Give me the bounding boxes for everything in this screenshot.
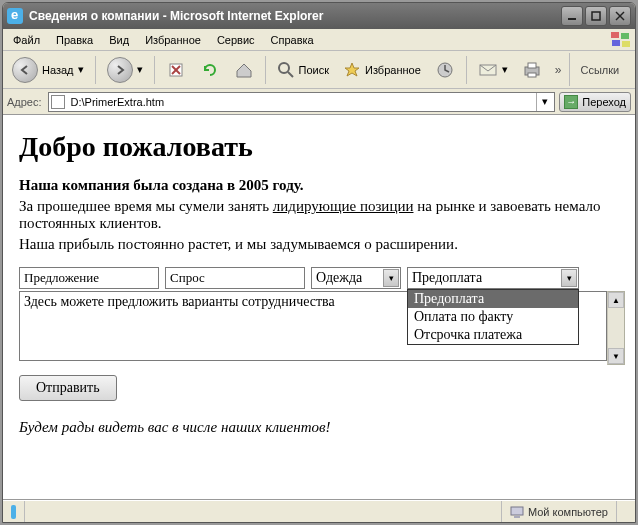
clothes-select[interactable]: Одежда ▾ — [311, 267, 401, 289]
refresh-icon — [201, 61, 219, 79]
mail-icon — [478, 62, 498, 78]
form-row: Одежда ▾ Предоплата ▾ Предоплата Оплата … — [19, 267, 619, 289]
text-fragment: За прошедшее время мы сумели занять — [19, 198, 273, 214]
svg-rect-1 — [592, 12, 600, 20]
stop-button[interactable] — [161, 55, 191, 85]
page-icon — [51, 95, 65, 109]
payment-option[interactable]: Оплата по факту — [408, 308, 578, 326]
svg-rect-6 — [612, 40, 620, 46]
star-icon — [343, 61, 361, 79]
page-content: Добро пожаловать Наша компания была созд… — [3, 115, 635, 500]
toolbar-overflow[interactable]: » — [551, 63, 566, 77]
maximize-button[interactable] — [585, 6, 607, 26]
payment-selected-value: Предоплата — [412, 270, 482, 286]
address-field-wrap: ▾ — [48, 92, 556, 112]
print-button[interactable] — [517, 55, 547, 85]
status-ie-icon-cell — [3, 501, 25, 522]
submit-button[interactable]: Отправить — [19, 375, 117, 401]
window-buttons — [561, 6, 631, 26]
refresh-button[interactable] — [195, 55, 225, 85]
minimize-button[interactable] — [561, 6, 583, 26]
svg-rect-19 — [514, 516, 520, 518]
subheading: Наша компания была создана в 2005 году. — [19, 177, 619, 194]
demand-input[interactable] — [165, 267, 305, 289]
toolbar: Назад ▾ ▾ Поиск Избранное — [3, 51, 635, 89]
address-label: Адрес: — [7, 96, 44, 108]
payment-option[interactable]: Предоплата — [408, 290, 578, 308]
menu-edit[interactable]: Правка — [50, 32, 99, 48]
svg-rect-7 — [622, 41, 630, 47]
payment-select-wrap: Предоплата ▾ Предоплата Оплата по факту … — [407, 267, 579, 289]
go-arrow-icon: → — [564, 95, 578, 109]
windows-flag-icon — [603, 30, 631, 50]
menu-help[interactable]: Справка — [265, 32, 320, 48]
ie-window: Сведения о компании - Microsoft Internet… — [2, 2, 636, 523]
paragraph-2: Наша прибыль постоянно растет, и мы заду… — [19, 236, 619, 253]
mail-button[interactable]: ▾ — [473, 55, 513, 85]
svg-rect-5 — [621, 33, 629, 39]
search-icon — [277, 61, 295, 79]
payment-option[interactable]: Отсрочка платежа — [408, 326, 578, 344]
chevron-down-icon: ▾ — [502, 63, 508, 76]
back-icon — [12, 57, 38, 83]
svg-rect-0 — [568, 18, 576, 20]
home-icon — [234, 61, 254, 79]
status-spacer — [25, 501, 502, 522]
svg-rect-4 — [611, 32, 619, 38]
separator — [154, 56, 155, 84]
svg-point-11 — [279, 63, 289, 73]
svg-rect-17 — [528, 73, 536, 77]
offer-input[interactable] — [19, 267, 159, 289]
addressbar: Адрес: ▾ → Переход — [3, 89, 635, 115]
svg-rect-16 — [528, 63, 536, 68]
underlined-text: лидирующие позиции — [273, 198, 414, 214]
ie-icon — [7, 8, 23, 24]
go-label: Переход — [582, 96, 626, 108]
history-icon — [435, 60, 455, 80]
go-button[interactable]: → Переход — [559, 92, 631, 112]
home-button[interactable] — [229, 55, 259, 85]
page-heading: Добро пожаловать — [19, 131, 619, 163]
computer-icon — [510, 505, 524, 519]
chevron-down-icon: ▾ — [383, 269, 399, 287]
payment-select[interactable]: Предоплата ▾ — [407, 267, 579, 289]
back-label: Назад — [42, 64, 74, 76]
status-grip — [617, 501, 635, 522]
links-panel[interactable]: Ссылки — [569, 53, 629, 86]
titlebar: Сведения о компании - Microsoft Internet… — [3, 3, 635, 29]
menu-favorites[interactable]: Избранное — [139, 32, 207, 48]
payment-dropdown-list: Предоплата Оплата по факту Отсрочка плат… — [407, 289, 579, 345]
separator — [95, 56, 96, 84]
stop-icon — [167, 61, 185, 79]
menu-file[interactable]: Файл — [7, 32, 46, 48]
search-button[interactable]: Поиск — [272, 55, 334, 85]
back-button[interactable]: Назад ▾ — [7, 55, 89, 85]
menu-view[interactable]: Вид — [103, 32, 135, 48]
scroll-down-icon[interactable]: ▼ — [608, 348, 624, 364]
address-dropdown-button[interactable]: ▾ — [536, 93, 552, 111]
svg-line-12 — [288, 72, 293, 77]
svg-rect-18 — [511, 507, 523, 515]
footer-note: Будем рады видеть вас в числе наших клие… — [19, 419, 619, 436]
status-zone-label: Мой компьютер — [528, 506, 608, 518]
separator — [466, 56, 467, 84]
textarea-scrollbar[interactable]: ▲ ▼ — [607, 291, 625, 365]
history-button[interactable] — [430, 55, 460, 85]
address-input[interactable] — [69, 95, 537, 109]
forward-button[interactable]: ▾ — [102, 55, 148, 85]
status-zone: Мой компьютер — [502, 501, 617, 522]
chevron-down-icon: ▾ — [561, 269, 577, 287]
favorites-button[interactable]: Избранное — [338, 55, 426, 85]
links-label: Ссылки — [580, 64, 619, 76]
close-button[interactable] — [609, 6, 631, 26]
window-title: Сведения о компании - Microsoft Internet… — [29, 9, 561, 23]
chevron-down-icon: ▾ — [137, 63, 143, 76]
separator — [265, 56, 266, 84]
menu-service[interactable]: Сервис — [211, 32, 261, 48]
scroll-up-icon[interactable]: ▲ — [608, 292, 624, 308]
clothes-select-wrap: Одежда ▾ — [311, 267, 401, 289]
forward-icon — [107, 57, 133, 83]
chevron-down-icon: ▾ — [78, 63, 84, 76]
resize-grip-icon — [625, 506, 627, 518]
favorites-label: Избранное — [365, 64, 421, 76]
